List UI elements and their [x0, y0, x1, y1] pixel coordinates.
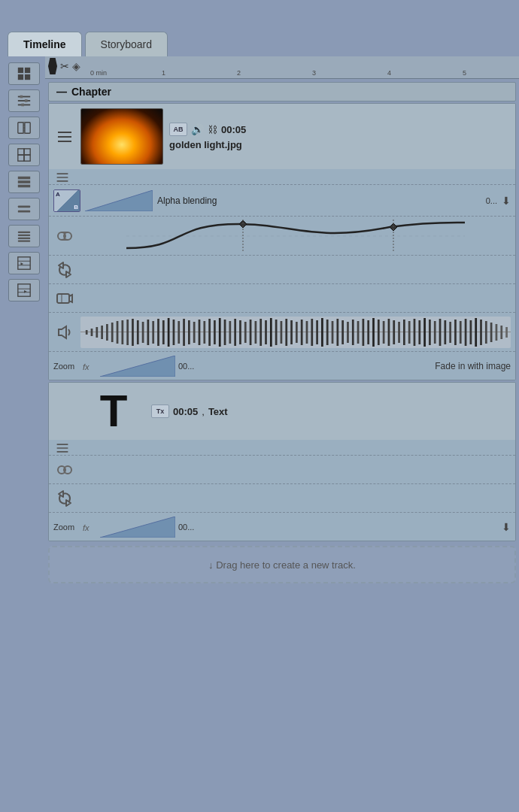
image-name: golden light.jpg [169, 139, 509, 150]
svg-rect-1 [25, 68, 30, 73]
speaker-icon: 🔊 [191, 123, 204, 135]
svg-rect-9 [21, 104, 24, 107]
svg-marker-139 [100, 356, 175, 377]
svg-rect-128 [460, 321, 462, 344]
svg-rect-13 [18, 149, 24, 155]
pin-icon[interactable]: ⬇ [502, 195, 511, 207]
tx-icon: Tx [151, 404, 169, 418]
svg-text:fx: fx [83, 523, 90, 532]
svg-rect-63 [126, 320, 129, 345]
svg-rect-8 [25, 99, 28, 102]
svg-rect-77 [199, 320, 201, 345]
zoom-bar: Zoom fx 00... Fade in [49, 351, 515, 380]
svg-rect-86 [244, 322, 247, 343]
svg-rect-95 [290, 320, 293, 344]
svg-rect-119 [414, 319, 416, 346]
text-zoom-value: 00... [178, 523, 194, 532]
svg-rect-57 [96, 327, 98, 338]
levels-icon[interactable] [8, 89, 40, 112]
chapters-icon[interactable] [8, 252, 40, 274]
loop-track-content [80, 262, 511, 277]
fx-icon: fx [79, 358, 97, 374]
svg-rect-72 [173, 320, 175, 345]
svg-rect-60 [111, 323, 114, 342]
svg-rect-74 [183, 319, 185, 346]
svg-rect-71 [168, 318, 170, 347]
svg-rect-69 [157, 319, 159, 346]
split-icon[interactable] [8, 117, 40, 139]
svg-rect-14 [24, 149, 30, 155]
video-track-content [80, 290, 511, 307]
svg-rect-19 [18, 185, 30, 188]
svg-rect-18 [18, 180, 30, 183]
playhead-icon[interactable] [48, 58, 57, 74]
svg-rect-104 [336, 319, 338, 346]
image-track-header: AB 🔊 ⛓ 00:05 golden light.jpg [49, 104, 515, 169]
text-comma: , [202, 406, 205, 417]
chapter-collapse-icon[interactable]: — [56, 86, 67, 98]
svg-rect-111 [372, 318, 375, 347]
audio-icon [53, 322, 76, 343]
svg-rect-94 [285, 319, 287, 346]
markers-icon[interactable] [8, 279, 40, 301]
svg-rect-90 [265, 320, 267, 344]
text-zoom-bar: Zoom fx 00... ⬇ [49, 512, 515, 541]
svg-marker-51 [69, 295, 72, 302]
svg-rect-130 [470, 320, 472, 344]
svg-rect-7 [20, 95, 23, 98]
svg-rect-93 [281, 321, 283, 344]
group-icon[interactable] [8, 144, 40, 166]
bars2-icon[interactable] [8, 225, 40, 247]
svg-rect-118 [408, 321, 411, 344]
snap-icon[interactable] [8, 62, 40, 85]
svg-rect-137 [505, 327, 508, 338]
text-time: 00:05 [173, 406, 198, 417]
chain-icon [53, 226, 76, 247]
svg-rect-76 [193, 322, 196, 343]
svg-rect-124 [439, 319, 442, 346]
svg-marker-146 [100, 517, 175, 538]
video-track [49, 283, 515, 312]
svg-rect-62 [121, 320, 123, 344]
svg-rect-129 [465, 319, 467, 346]
svg-rect-109 [363, 319, 365, 346]
svg-rect-132 [480, 320, 482, 345]
main-area: ✂ ◈ 0 min 1 2 3 4 5 6 — Chapter [0, 56, 519, 812]
svg-rect-26 [18, 257, 30, 269]
tracks-area: — Chapter [45, 79, 519, 812]
svg-rect-107 [352, 320, 354, 345]
svg-rect-113 [383, 321, 385, 344]
svg-rect-123 [434, 321, 436, 344]
tracks-icon[interactable] [8, 171, 40, 193]
curve-canvas [80, 220, 511, 253]
text-chain-icon [53, 459, 76, 480]
svg-rect-66 [142, 322, 144, 343]
tab-timeline[interactable]: Timeline [8, 32, 82, 56]
text-info: Tx 00:05 , Text [151, 404, 228, 418]
tab-storyboard[interactable]: Storyboard [85, 32, 168, 56]
svg-rect-121 [423, 318, 426, 347]
text-pin-icon[interactable]: ⬇ [502, 521, 511, 533]
image-info: AB 🔊 ⛓ 00:05 golden light.jpg [169, 123, 509, 150]
svg-rect-88 [255, 321, 257, 344]
alpha-blending-label: Alpha blending [157, 195, 481, 206]
camera-icon [53, 288, 76, 309]
svg-rect-84 [234, 319, 236, 346]
svg-rect-110 [367, 320, 369, 344]
svg-rect-120 [418, 320, 420, 344]
svg-rect-99 [311, 319, 313, 346]
loop-icon [53, 259, 76, 280]
marker-icon[interactable]: ◈ [72, 60, 80, 72]
svg-rect-100 [316, 320, 318, 344]
drag-zone[interactable]: ↓ Drag here to create a new track. [48, 546, 516, 583]
svg-rect-101 [321, 318, 323, 347]
text-loop-icon [53, 488, 76, 509]
svg-rect-87 [250, 320, 252, 345]
alpha-blending-icon: A B [53, 189, 80, 212]
svg-rect-50 [57, 294, 69, 303]
svg-rect-125 [444, 320, 446, 344]
track-block-image: AB 🔊 ⛓ 00:05 golden light.jpg [48, 103, 516, 380]
bars-icon[interactable] [8, 198, 40, 220]
chapter-title: Chapter [71, 86, 111, 98]
cut-tool-icon[interactable]: ✂ [60, 60, 69, 72]
